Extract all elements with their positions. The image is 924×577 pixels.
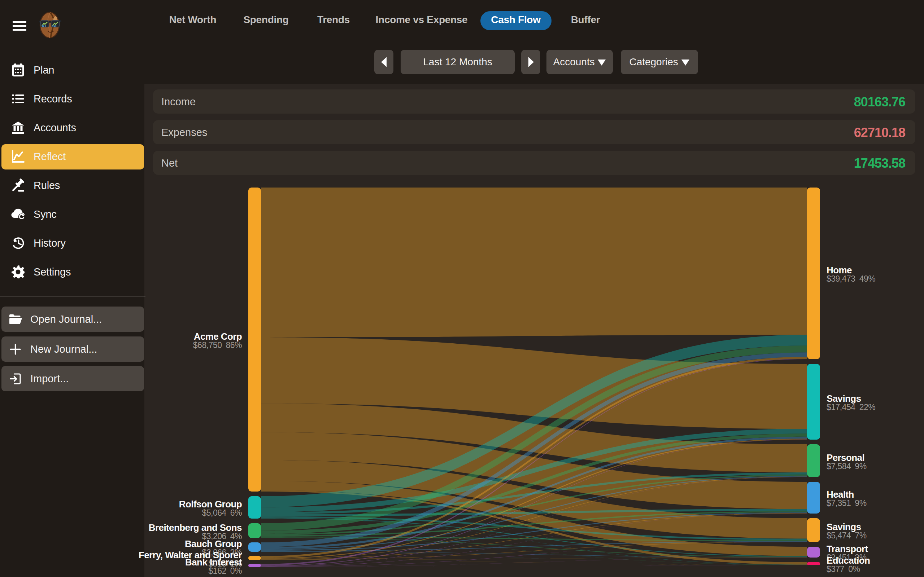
svg-text:$7,351 9%: $7,351 9% — [827, 498, 867, 508]
svg-text:$68,750 86%: $68,750 86% — [193, 340, 242, 350]
svg-text:$5,064 6%: $5,064 6% — [202, 508, 242, 517]
svg-text:$7,584 9%: $7,584 9% — [827, 462, 867, 471]
svg-text:$162 0%: $162 0% — [208, 566, 242, 575]
svg-text:$377 0%: $377 0% — [827, 564, 860, 574]
svg-text:$5,474 7%: $5,474 7% — [827, 531, 867, 540]
svg-text:$17,454 22%: $17,454 22% — [827, 403, 875, 412]
svg-text:$39,473 49%: $39,473 49% — [827, 274, 875, 284]
